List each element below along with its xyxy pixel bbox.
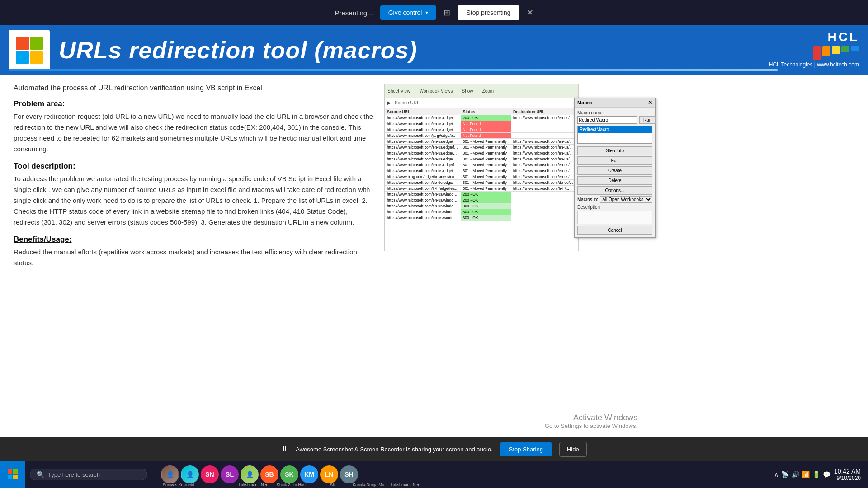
hcl-bars bbox=[813, 46, 859, 60]
system-tray: ∧ 📡 🔊 📶 🔋 💬 10:42 AM 9/10/2020 bbox=[767, 468, 868, 481]
excel-mockup: Sheet View Workbook Views Show Zoom ▶ So… bbox=[384, 84, 579, 251]
volume-icon[interactable]: 🔊 bbox=[792, 471, 799, 478]
avatar-2[interactable]: 👤 bbox=[181, 465, 199, 483]
activate-windows-title: Activate Windows bbox=[545, 413, 637, 422]
macro-cancel-button[interactable]: Cancel bbox=[577, 226, 652, 235]
cell-dest-url: https://www.microsoft.com/en-us/... bbox=[511, 156, 578, 162]
windows-icon bbox=[8, 469, 18, 479]
col-dest-url: Destination URL bbox=[511, 108, 578, 115]
macro-step-into-button[interactable]: Step Into bbox=[577, 146, 652, 155]
macro-edit-button[interactable]: Edit bbox=[577, 156, 652, 165]
col-status: Status bbox=[461, 108, 511, 115]
activate-windows-subtitle: Go to Settings to activate Windows. bbox=[545, 422, 637, 429]
avatar-sh[interactable]: SH bbox=[340, 465, 358, 483]
macro-options-button[interactable]: Options... bbox=[577, 186, 652, 195]
cell-dest-url: https://www.microsoft.com/en-us/... bbox=[511, 162, 578, 168]
cell-status: Not Found bbox=[461, 133, 511, 139]
table-row: https://www.microsoft.com/en-us/edge/fee… bbox=[385, 162, 578, 168]
macro-macros-in-row: Macros in: All Open Workbooks bbox=[577, 196, 652, 203]
cell-dest-url: https://www.microsoft.com/en-us/... bbox=[511, 115, 578, 121]
wifi-icon: 📶 bbox=[802, 471, 810, 478]
cell-source-url: https://www.microsoft.com/en-us/edge/bus… bbox=[385, 127, 461, 133]
search-text: Type here to search bbox=[48, 471, 100, 478]
cell-status: 301 - Moved Permanently bbox=[461, 139, 511, 145]
macro-list-item[interactable]: RedirectMacro bbox=[578, 126, 652, 133]
clock-date: 9/10/2020 bbox=[834, 475, 861, 481]
cell-status: Not Found bbox=[461, 121, 511, 127]
close-presenting-icon[interactable]: ✕ bbox=[527, 8, 533, 18]
excel-ribbon: Sheet View Workbook Views Show Zoom bbox=[385, 84, 578, 98]
macro-name-label: Macro name: bbox=[577, 110, 652, 115]
macros-in-select[interactable]: All Open Workbooks bbox=[600, 196, 652, 203]
give-control-button[interactable]: Give control ▾ bbox=[380, 5, 437, 20]
macro-name-input[interactable] bbox=[577, 116, 637, 124]
cell-source-url: https://www.microsoft.com/en-us/windows/… bbox=[385, 215, 461, 221]
section-tool: Tool description: To address the problem… bbox=[14, 162, 375, 228]
avatar-sb[interactable]: SB bbox=[260, 465, 278, 483]
cell-status: 301 - Moved Permanently bbox=[461, 162, 511, 168]
macro-description-section: Description bbox=[577, 205, 652, 224]
title-underline bbox=[9, 69, 778, 71]
slide-text-area: Automated the process of URL redirection… bbox=[14, 84, 375, 452]
stop-sharing-button[interactable]: Stop Sharing bbox=[500, 442, 552, 456]
start-button[interactable] bbox=[0, 461, 25, 488]
cell-source-url: https://www.microsoft.com/en-us/edge/fea… bbox=[385, 145, 461, 150]
cell-dest-url: https://www.microsoft.com/en-us/... bbox=[511, 150, 578, 156]
svg-rect-2 bbox=[8, 475, 12, 479]
table-row: https://www.microsoft.com/en-us/windows/… bbox=[385, 215, 578, 221]
cell-status: 301 - Moved Permanently bbox=[461, 180, 511, 186]
cell-status: 301 - Moved Permanently bbox=[461, 186, 511, 192]
participant-lakshmana: Lakshmana Nerella... bbox=[239, 483, 275, 487]
pause-icon: ⏸ bbox=[281, 445, 288, 453]
cell-source-url: https://www.microsoft.com/en-us/edge/mic… bbox=[385, 156, 461, 162]
hcl-website: HCL Technologies | www.hcltech.com bbox=[769, 61, 859, 68]
macro-delete-button[interactable]: Delete bbox=[577, 176, 652, 185]
cell-status: 300 - OK bbox=[461, 209, 511, 215]
clock-time: 10:42 AM bbox=[834, 468, 861, 475]
cell-dest-url bbox=[511, 192, 578, 197]
avatar-1[interactable]: 👤 bbox=[161, 465, 179, 483]
cell-status: 200 - OK bbox=[461, 192, 511, 197]
avatar-3[interactable]: 👤 bbox=[241, 465, 259, 483]
macro-list[interactable]: RedirectMacro bbox=[577, 126, 652, 144]
hide-button[interactable]: Hide bbox=[559, 442, 587, 457]
chevron-up-icon[interactable]: ∧ bbox=[774, 471, 778, 478]
cell-dest-url bbox=[511, 127, 578, 133]
macro-create-button[interactable]: Create bbox=[577, 166, 652, 175]
avatar-ln[interactable]: LN bbox=[320, 465, 338, 483]
notification-icon[interactable]: 💬 bbox=[823, 471, 830, 478]
macro-description-area bbox=[577, 211, 652, 224]
cell-source-url: https://www.microsoft.com/en-us/windows/… bbox=[385, 197, 461, 203]
screen-share-icon[interactable]: ⊞ bbox=[443, 8, 450, 18]
table-row: https://www.microsoft.com/en-us/edge/bus… bbox=[385, 121, 578, 127]
intro-text: Automated the process of URL redirection… bbox=[14, 84, 375, 92]
system-clock[interactable]: 10:42 AM 9/10/2020 bbox=[834, 468, 861, 481]
avatar-sl[interactable]: SL bbox=[221, 465, 239, 483]
slide-visual-area: Sheet View Workbook Views Show Zoom ▶ So… bbox=[384, 84, 656, 452]
stop-presenting-button[interactable]: Stop presenting bbox=[458, 5, 519, 20]
macro-close-icon[interactable]: ✕ bbox=[648, 99, 652, 106]
table-row: https://www.microsoft.com/fr-fr/edge/fea… bbox=[385, 186, 578, 192]
participant-sl bbox=[201, 483, 237, 487]
macro-title-bar: Macro ✕ bbox=[575, 98, 655, 108]
macro-run-button[interactable]: Run bbox=[639, 116, 656, 124]
macro-dialog: Macro ✕ Macro name: Run RedirectMacro St… bbox=[574, 98, 656, 238]
cell-source-url: https://www.microsoft.com/ja-jp/edge/bus… bbox=[385, 133, 461, 139]
cell-status: 301 - Moved Permanently bbox=[461, 150, 511, 156]
participant-srinivas: Srinivas Kesireddy (HCL TECHNO... bbox=[163, 483, 199, 487]
avatar-sn[interactable]: SN bbox=[201, 465, 219, 483]
svg-rect-1 bbox=[13, 469, 18, 474]
cell-dest-url bbox=[511, 203, 578, 209]
cell-source-url: https://www.microsoft.com/en-us/edge/ bbox=[385, 139, 461, 145]
taskbar-search[interactable]: 🔍 Type here to search bbox=[30, 469, 147, 480]
cell-source-url: https://www.microsoft.com/en-us/windows/ bbox=[385, 192, 461, 197]
macro-dialog-title: Macro bbox=[577, 100, 592, 105]
excel-formula-bar: ▶ Source URL bbox=[385, 98, 578, 108]
svg-rect-0 bbox=[8, 469, 12, 474]
avatar-km[interactable]: KM bbox=[300, 465, 318, 483]
avatar-sk[interactable]: SK bbox=[280, 465, 298, 483]
formula-bar-label: Source URL bbox=[395, 100, 419, 105]
cell-status: 300 - OK bbox=[461, 215, 511, 221]
slide-area: URLs redirection tool (macros) HCL HCL T… bbox=[0, 25, 868, 461]
tool-body: To address the problem we automated the … bbox=[14, 174, 375, 228]
